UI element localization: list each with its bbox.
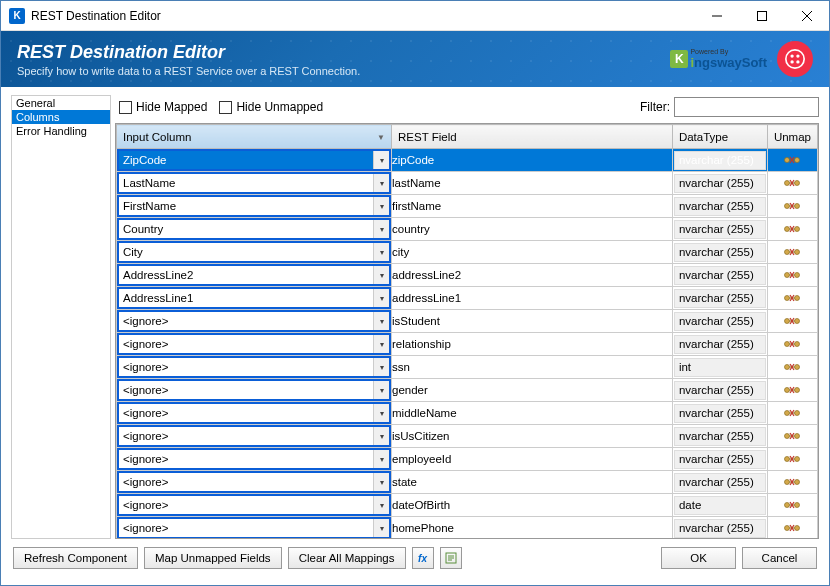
mapping-grid[interactable]: Input Column▼ REST Field DataType Unmap …: [115, 123, 819, 539]
maximize-button[interactable]: [739, 1, 784, 31]
svg-point-34: [785, 272, 790, 277]
input-column-dropdown[interactable]: <ignore>▾: [117, 494, 391, 516]
filter-input[interactable]: [674, 97, 819, 117]
chevron-down-icon: ▾: [373, 427, 389, 445]
table-row[interactable]: <ignore>▾relationshipnvarchar (255): [117, 333, 818, 356]
table-row[interactable]: <ignore>▾homePhonenvarchar (255): [117, 517, 818, 540]
svg-point-9: [785, 157, 790, 162]
datatype-cell: int: [674, 358, 766, 377]
header-rest-field[interactable]: REST Field: [392, 125, 673, 149]
clear-all-mappings-button[interactable]: Clear All Mappings: [288, 547, 406, 569]
unmap-icon[interactable]: [783, 360, 801, 374]
svg-rect-1: [757, 11, 766, 20]
input-column-dropdown[interactable]: <ignore>▾: [117, 517, 391, 539]
table-row[interactable]: <ignore>▾isStudentnvarchar (255): [117, 310, 818, 333]
input-column-dropdown[interactable]: <ignore>▾: [117, 448, 391, 470]
table-row[interactable]: <ignore>▾ssnint: [117, 356, 818, 379]
datatype-cell: nvarchar (255): [674, 312, 766, 331]
input-column-dropdown[interactable]: <ignore>▾: [117, 402, 391, 424]
input-column-dropdown[interactable]: <ignore>▾: [117, 356, 391, 378]
unmap-icon[interactable]: [783, 429, 801, 443]
svg-point-44: [785, 318, 790, 323]
svg-point-55: [795, 364, 800, 369]
cancel-button[interactable]: Cancel: [742, 547, 817, 569]
datatype-cell: nvarchar (255): [674, 427, 766, 446]
table-row[interactable]: FirstName▾firstNamenvarchar (255): [117, 195, 818, 218]
svg-point-15: [795, 180, 800, 185]
header-datatype[interactable]: DataType: [672, 125, 767, 149]
unmap-icon[interactable]: [783, 153, 801, 167]
header-input-column[interactable]: Input Column▼: [117, 125, 392, 149]
input-column-dropdown[interactable]: City▾: [117, 241, 391, 263]
close-button[interactable]: [784, 1, 829, 31]
table-row[interactable]: AddressLine2▾addressLine2nvarchar (255): [117, 264, 818, 287]
map-unmapped-fields-button[interactable]: Map Unmapped Fields: [144, 547, 282, 569]
input-column-dropdown[interactable]: ZipCode▾: [117, 149, 391, 171]
unmap-icon[interactable]: [783, 222, 801, 236]
sidebar-item-error-handling[interactable]: Error Handling: [12, 124, 110, 138]
table-row[interactable]: LastName▾lastNamenvarchar (255): [117, 172, 818, 195]
svg-point-19: [785, 203, 790, 208]
chevron-down-icon: ▾: [373, 174, 389, 192]
minimize-button[interactable]: [694, 1, 739, 31]
chevron-down-icon: ▾: [373, 496, 389, 514]
header-unmap[interactable]: Unmap: [767, 125, 817, 149]
rest-field-cell: dateOfBirth: [392, 494, 673, 517]
table-row[interactable]: City▾citynvarchar (255): [117, 241, 818, 264]
chevron-down-icon: ▾: [373, 381, 389, 399]
unmap-icon[interactable]: [783, 383, 801, 397]
input-column-dropdown[interactable]: Country▾: [117, 218, 391, 240]
svg-point-64: [785, 410, 790, 415]
chevron-down-icon: ▾: [373, 358, 389, 376]
datatype-cell: nvarchar (255): [674, 243, 766, 262]
input-column-dropdown[interactable]: AddressLine2▾: [117, 264, 391, 286]
sidebar-item-columns[interactable]: Columns: [12, 110, 110, 124]
unmap-icon[interactable]: [783, 521, 801, 535]
unmap-icon[interactable]: [783, 291, 801, 305]
table-row[interactable]: AddressLine1▾addressLine1nvarchar (255): [117, 287, 818, 310]
input-column-dropdown[interactable]: AddressLine1▾: [117, 287, 391, 309]
table-row[interactable]: <ignore>▾gendernvarchar (255): [117, 379, 818, 402]
fx-button[interactable]: fx: [412, 547, 434, 569]
hide-unmapped-checkbox[interactable]: Hide Unmapped: [219, 100, 323, 114]
table-row[interactable]: <ignore>▾statenvarchar (255): [117, 471, 818, 494]
expression-button[interactable]: [440, 547, 462, 569]
unmap-icon[interactable]: [783, 406, 801, 420]
datatype-cell: date: [674, 496, 766, 515]
input-column-dropdown[interactable]: FirstName▾: [117, 195, 391, 217]
kingswaysoft-logo: K Powered By ingswaySoft: [670, 48, 767, 70]
input-column-dropdown[interactable]: <ignore>▾: [117, 425, 391, 447]
unmap-icon[interactable]: [783, 199, 801, 213]
unmap-icon[interactable]: [783, 337, 801, 351]
sidebar-item-general[interactable]: General: [12, 96, 110, 110]
refresh-component-button[interactable]: Refresh Component: [13, 547, 138, 569]
table-row[interactable]: <ignore>▾employeeIdnvarchar (255): [117, 448, 818, 471]
input-column-dropdown[interactable]: LastName▾: [117, 172, 391, 194]
input-column-dropdown[interactable]: <ignore>▾: [117, 379, 391, 401]
svg-point-89: [785, 525, 790, 530]
input-column-dropdown[interactable]: <ignore>▾: [117, 310, 391, 332]
datatype-cell: nvarchar (255): [674, 197, 766, 216]
unmap-icon[interactable]: [783, 314, 801, 328]
unmap-icon[interactable]: [783, 176, 801, 190]
hide-mapped-checkbox[interactable]: Hide Mapped: [119, 100, 207, 114]
svg-point-69: [785, 433, 790, 438]
table-row[interactable]: <ignore>▾isUsCitizennvarchar (255): [117, 425, 818, 448]
table-row[interactable]: Country▾countrynvarchar (255): [117, 218, 818, 241]
table-row[interactable]: ZipCode▾zipCodenvarchar (255): [117, 149, 818, 172]
rest-field-cell: middleName: [392, 402, 673, 425]
app-icon: K: [9, 8, 25, 24]
table-row[interactable]: <ignore>▾middleNamenvarchar (255): [117, 402, 818, 425]
input-column-dropdown[interactable]: <ignore>▾: [117, 471, 391, 493]
unmap-icon[interactable]: [783, 475, 801, 489]
unmap-icon[interactable]: [783, 245, 801, 259]
unmap-icon[interactable]: [783, 498, 801, 512]
rest-field-cell: gender: [392, 379, 673, 402]
input-column-dropdown[interactable]: <ignore>▾: [117, 333, 391, 355]
unmap-icon[interactable]: [783, 268, 801, 282]
unmap-icon[interactable]: [783, 452, 801, 466]
ok-button[interactable]: OK: [661, 547, 736, 569]
table-row[interactable]: <ignore>▾dateOfBirthdate: [117, 494, 818, 517]
filter-label: Filter:: [640, 100, 670, 114]
datatype-cell: nvarchar (255): [674, 519, 766, 538]
